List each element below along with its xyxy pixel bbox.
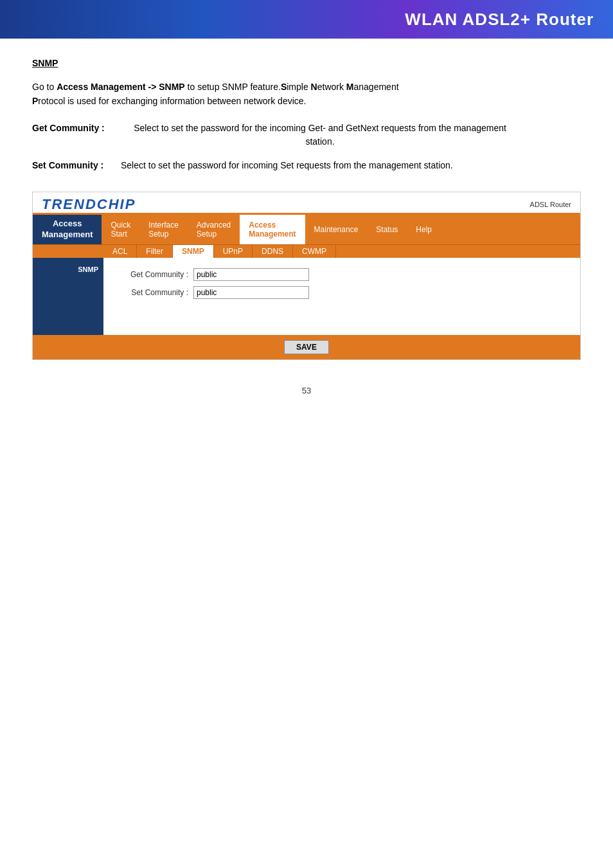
get-community-form-label: Get Community : [116, 270, 193, 279]
main-content: SNMP Go to Access Management -> SNMP to … [0, 39, 613, 415]
sidebar-snmp-label: SNMP [78, 266, 98, 273]
set-community-input[interactable] [193, 286, 309, 299]
get-community-description: Get Community : Select to set the passwo… [32, 122, 581, 149]
header-title: WLAN ADSL2+ Router [405, 10, 594, 30]
left-sidebar: SNMP [33, 258, 103, 335]
nav-item-access-management[interactable]: AccessManagement [33, 215, 102, 244]
get-community-desc: Select to set the password for the incom… [121, 122, 519, 149]
nav-maintenance-label: Maintenance [314, 225, 359, 234]
nav-item-access-management-active[interactable]: AccessManagement [240, 215, 305, 244]
sub-nav: ACL Filter SNMP UPnP DDNS CWMP [33, 245, 580, 258]
save-button[interactable]: SAVE [284, 340, 329, 354]
sub-nav-filter[interactable]: Filter [137, 245, 173, 258]
nav-access-management-active-label: AccessManagement [249, 221, 296, 239]
brand-tagline: ADSL Router [530, 201, 571, 208]
main-nav-row: AccessManagement QuickStart InterfaceSet… [33, 215, 580, 245]
brand-bar: TRENDCHIP ADSL Router [33, 192, 580, 215]
get-community-input[interactable] [193, 268, 309, 281]
nav-item-status[interactable]: Status [367, 215, 407, 244]
section-heading: SNMP [32, 58, 581, 68]
bold-p: P [32, 96, 38, 106]
brand-logo: TRENDCHIP [42, 196, 136, 213]
sub-nav-upnp[interactable]: UPnP [214, 245, 253, 258]
nav-status-label: Status [376, 225, 398, 234]
get-community-row: Get Community : [116, 268, 567, 281]
nav-item-help[interactable]: Help [407, 215, 441, 244]
set-community-form-label: Set Community : [116, 288, 193, 297]
sub-nav-snmp[interactable]: SNMP [173, 245, 214, 258]
nav-quick-start-label: QuickStart [111, 221, 130, 239]
nav-help-label: Help [416, 225, 432, 234]
router-panel: TRENDCHIP ADSL Router AccessManagement Q… [32, 192, 581, 360]
bold-s: S [281, 82, 287, 92]
bold-m: M [346, 82, 354, 92]
sub-nav-ddns[interactable]: DDNS [253, 245, 293, 258]
panel-content: SNMP Get Community : Set Community : [33, 258, 580, 335]
get-community-label: Get Community : [32, 122, 116, 149]
nav-item-advanced-setup[interactable]: AdvancedSetup [188, 215, 240, 244]
sub-nav-cwmp[interactable]: CWMP [293, 245, 336, 258]
nav-interface-setup-label: InterfaceSetup [148, 221, 179, 239]
nav-access-label: AccessManagement [42, 219, 93, 240]
nav-advanced-setup-label: AdvancedSetup [197, 221, 231, 239]
save-bar: SAVE [33, 335, 580, 359]
page-number: 53 [32, 386, 581, 395]
set-community-description: Set Community : Select to set the passwo… [32, 159, 581, 172]
bold-n: N [311, 82, 317, 92]
header-bar: WLAN ADSL2+ Router [0, 0, 613, 39]
form-panel: Get Community : Set Community : [103, 258, 580, 335]
set-community-desc: Select to set the password for incoming … [121, 159, 453, 172]
sub-nav-acl[interactable]: ACL [103, 245, 137, 258]
set-community-row: Set Community : [116, 286, 567, 299]
nav-item-maintenance[interactable]: Maintenance [305, 215, 368, 244]
access-management-link: Access Management -> SNMP [57, 82, 185, 92]
set-community-label: Set Community : [32, 159, 116, 172]
description-paragraph: Go to Access Management -> SNMP to setup… [32, 80, 581, 109]
nav-item-quick-start[interactable]: QuickStart [102, 215, 139, 244]
nav-item-interface-setup[interactable]: InterfaceSetup [139, 215, 188, 244]
